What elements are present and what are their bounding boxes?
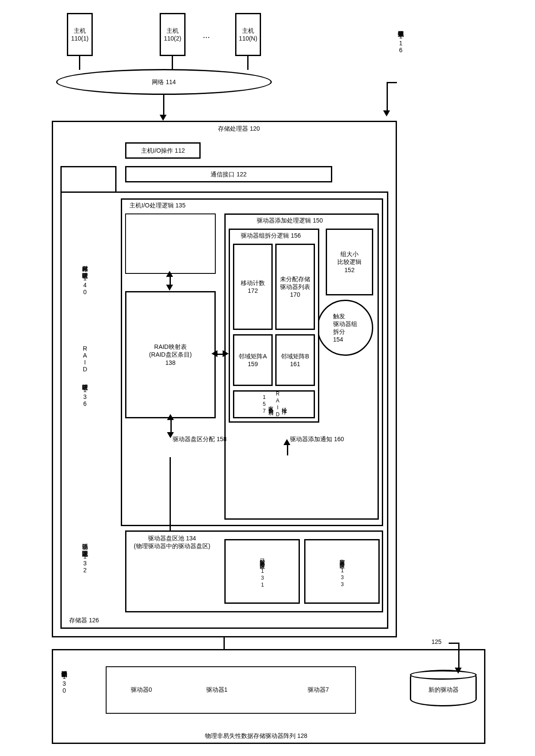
group-size-compare-box: 组大小 比较逻辑 152 bbox=[326, 229, 373, 295]
spare-extents-box: 空闲驱动器盘区 133 bbox=[304, 539, 380, 604]
neighbor-b-label: 邻域矩阵B 161 bbox=[281, 352, 309, 368]
connector bbox=[79, 56, 80, 70]
connector bbox=[163, 95, 164, 116]
storage-processor-label: 存储处理器 120 bbox=[218, 125, 260, 133]
unalloc-list-box: 未分配存储 驱动器列表 170 bbox=[275, 244, 315, 330]
host-io-ops-label: 主机I/O操作 112 bbox=[141, 147, 185, 154]
host-1-label: 主机 110(1) bbox=[71, 27, 88, 42]
arrow-icon bbox=[211, 350, 217, 357]
alloc-extents-label: 已分配驱动器盘区 131 bbox=[259, 554, 266, 589]
unalloc-list-label: 未分配存储 驱动器列表 170 bbox=[280, 275, 310, 299]
comm-interface-box: 通信接口 122 bbox=[125, 166, 332, 182]
hosts-ellipsis: ... bbox=[203, 30, 210, 40]
connector bbox=[170, 418, 172, 434]
arrow-icon bbox=[383, 110, 390, 116]
driver-extent-alloc-label: 驱动器盘区分配 158 bbox=[173, 436, 227, 443]
connector bbox=[387, 82, 397, 83]
connector bbox=[287, 443, 288, 455]
drive-7-label: 驱动器7 bbox=[308, 686, 329, 693]
storage-obj-map-box bbox=[125, 213, 216, 274]
data-storage-system-label: 数据存储系统 116 bbox=[397, 26, 405, 53]
arrow-icon bbox=[167, 414, 174, 420]
drive-0-label: 驱动器0 bbox=[131, 686, 152, 693]
arrow-icon bbox=[455, 668, 462, 674]
trigger-split-label: 触发 驱动器组 拆分 154 bbox=[333, 312, 357, 344]
trigger-split-circle: 触发 驱动器组 拆分 154 bbox=[317, 300, 373, 356]
pointer-125-label: 125 bbox=[431, 638, 441, 645]
storage-obj-map-logic-label: 存储对象 映射逻辑 140 bbox=[81, 261, 89, 295]
raid-map-table-label: RAID映射表 (RAID盘区条目) 138 bbox=[149, 343, 192, 367]
connector bbox=[458, 643, 459, 668]
raid-map-logic-label: RAID 映射逻辑 136 bbox=[81, 345, 89, 407]
host-n-label: 主机 110(N) bbox=[239, 27, 258, 42]
neighbor-a-box: 邻域矩阵A 159 bbox=[233, 334, 273, 386]
host-io-ops-box: 主机I/O操作 112 bbox=[125, 142, 201, 159]
host-1-box: 主机 110(1) bbox=[67, 13, 93, 56]
connector bbox=[223, 637, 225, 649]
phys-array-label: 物理非易失性数据存储驱动器阵列 128 bbox=[205, 732, 307, 740]
group-split-logic-label: 驱动器组拆分逻辑 156 bbox=[241, 232, 301, 240]
new-drive-label: 新的驱动器 bbox=[428, 686, 459, 693]
connector bbox=[172, 56, 173, 70]
network-label: 网络 114 bbox=[152, 78, 176, 86]
neighbor-a-label: 邻域矩阵A 159 bbox=[239, 352, 267, 368]
arrow-icon bbox=[166, 271, 173, 277]
raid-map-table-box: RAID映射表 (RAID盘区条目) 138 bbox=[125, 291, 216, 418]
connector bbox=[170, 457, 171, 530]
host-2-box: 主机 110(2) bbox=[160, 13, 186, 56]
host-n-box: 主机 110(N) bbox=[235, 13, 261, 56]
memory-label: 存储器 126 bbox=[69, 617, 99, 624]
connector bbox=[387, 82, 388, 111]
sorted-raid-list-label: 经排序RAID盘区条目列表 157 bbox=[261, 391, 287, 418]
architecture-diagram: 主机 110(1) 主机 110(2) ... 主机 110(N) 网络 114… bbox=[0, 0, 535, 756]
network-ellipse: 网络 114 bbox=[56, 69, 272, 95]
new-drive-cylinder: 新的驱动器 bbox=[410, 670, 477, 706]
driver-add-logic-label: 驱动器添加处理逻辑 150 bbox=[257, 217, 323, 225]
drive-1-label: 驱动器1 bbox=[206, 686, 228, 693]
host-2-label: 主机 110(2) bbox=[164, 27, 181, 42]
driver-pool-logic-label: 驱动器 盘区池逻辑 132 bbox=[81, 539, 89, 574]
comm-interface-label: 通信接口 122 bbox=[211, 170, 246, 178]
initial-group-label: 初始存储驱动器组 130 bbox=[60, 666, 68, 694]
neighbor-b-box: 邻域矩阵B 161 bbox=[275, 334, 315, 386]
arrow-icon bbox=[167, 432, 174, 438]
arrow-icon bbox=[166, 285, 173, 291]
spare-extents-label: 空闲驱动器盘区 133 bbox=[339, 555, 346, 588]
connector bbox=[247, 56, 249, 70]
sorted-raid-list-box: 经排序RAID盘区条目列表 157 bbox=[233, 390, 315, 418]
arrow-icon bbox=[223, 350, 229, 357]
group-size-compare-label: 组大小 比较逻辑 152 bbox=[337, 250, 362, 274]
move-count-label: 移动计数 172 bbox=[241, 279, 265, 295]
driver-pool-label: 驱动器盘区池 134 (物理驱动器中的驱动器盘区) bbox=[134, 535, 210, 550]
alloc-extents-box: 已分配驱动器盘区 131 bbox=[224, 539, 300, 604]
arrow-icon bbox=[160, 115, 167, 121]
driver-add-notify-label: 驱动器添加通知 160 bbox=[290, 436, 344, 443]
host-io-logic-label: 主机I/O处理逻辑 135 bbox=[129, 202, 186, 210]
arrow-icon bbox=[283, 439, 290, 445]
move-count-box: 移动计数 172 bbox=[233, 244, 273, 330]
